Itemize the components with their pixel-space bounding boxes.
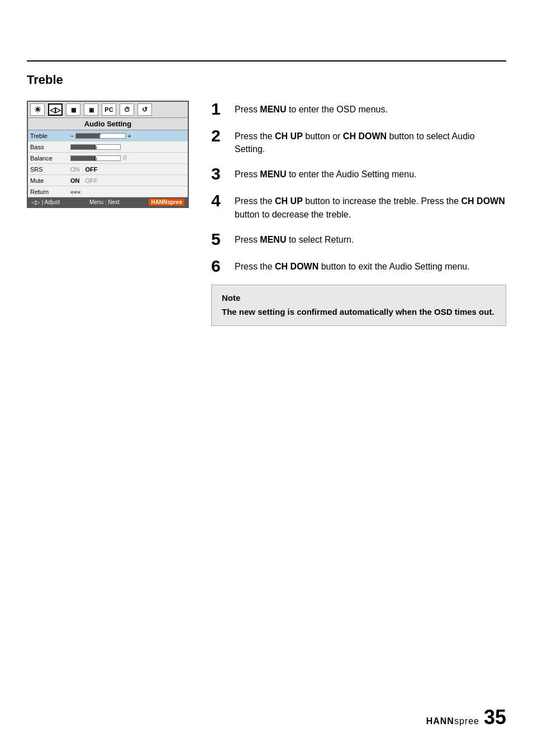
page-footer: HANNspree 35 <box>426 706 506 729</box>
osd-mute-on: ON <box>70 177 80 184</box>
osd-plus-treble: + <box>127 133 131 139</box>
osd-row-srs: SRS ON OFF <box>28 164 188 175</box>
osd-slider-bass: 0 <box>70 144 121 150</box>
osd-icons-row: ☀ ◁▷ ▦ ▣ PC ⏱ ↺ <box>28 102 188 118</box>
footer-brand: HANNspree <box>426 716 479 726</box>
osd-label-srs: SRS <box>30 166 70 173</box>
note-box: Note The new setting is confirmed automa… <box>211 285 506 326</box>
step-2: 2 Press the CH UP button or CH DOWN butt… <box>211 127 506 155</box>
osd-control-treble: − 0 + <box>70 133 185 139</box>
osd-menu-title: Audio Setting <box>28 118 188 130</box>
step-text-1: Press MENU to enter the OSD menus. <box>235 101 388 116</box>
osd-bottom-next: Menu : Next <box>89 199 120 205</box>
osd-bottom-brand: HANNspree <box>149 199 184 206</box>
osd-control-mute: ON OFF <box>70 177 185 184</box>
two-column-layout: ☀ ◁▷ ▦ ▣ PC ⏱ ↺ Audio Setting Treble − 0 <box>27 101 506 326</box>
step-text-6: Press the CH DOWN button to exit the Aud… <box>235 258 470 273</box>
brand-spree: spree <box>454 716 479 726</box>
step-text-3: Press MENU to enter the Audio Setting me… <box>235 166 417 181</box>
page-content: Treble ☀ ◁▷ ▦ ▣ PC ⏱ ↺ Audio Setting Tre… <box>27 73 506 326</box>
osd-row-mute: Mute ON OFF <box>28 175 188 186</box>
osd-label-balance: Balance <box>30 155 70 162</box>
osd-control-balance: 0 R <box>70 155 185 161</box>
osd-row-bass: Bass 0 <box>28 141 188 153</box>
osd-panel: ☀ ◁▷ ▦ ▣ PC ⏱ ↺ Audio Setting Treble − 0 <box>27 101 189 208</box>
osd-label-treble: Treble <box>30 133 70 139</box>
osd-mute-off: OFF <box>85 177 98 184</box>
osd-row-treble: Treble − 0 + <box>28 130 188 141</box>
step-text-4: Press the CH UP button to increase the t… <box>235 192 506 220</box>
osd-label-bass: Bass <box>30 144 70 150</box>
step-1: 1 Press MENU to enter the OSD menus. <box>211 101 506 117</box>
osd-icon-brightness: ☀ <box>30 103 45 116</box>
osd-label-mute: Mute <box>30 177 70 184</box>
osd-icon-picture: ▦ <box>66 103 80 116</box>
osd-control-srs: ON OFF <box>70 166 185 173</box>
osd-slider-treble: 0 <box>75 133 126 139</box>
osd-icon-timer: ⏱ <box>120 103 134 116</box>
osd-srs-on: ON <box>70 166 80 173</box>
osd-bottom-bar: ◁▷ | Adjust Menu : Next HANNspree <box>28 197 188 207</box>
steps-column: 1 Press MENU to enter the OSD menus. 2 P… <box>211 101 506 326</box>
osd-row-balance: Balance 0 R <box>28 153 188 164</box>
osd-label-return: Return <box>30 188 70 195</box>
step-text-2: Press the CH UP button or CH DOWN button… <box>235 127 506 155</box>
step-number-3: 3 <box>211 166 227 182</box>
brand-hann: HANN <box>426 716 454 726</box>
step-5: 5 Press MENU to select Return. <box>211 231 506 248</box>
osd-control-bass: 0 <box>70 144 185 150</box>
page-number: 35 <box>484 706 506 729</box>
step-number-6: 6 <box>211 258 227 275</box>
step-4: 4 Press the CH UP button to increase the… <box>211 192 506 220</box>
osd-srs-off: OFF <box>85 166 98 173</box>
osd-icon-screen: ▣ <box>84 103 98 116</box>
step-number-4: 4 <box>211 192 227 209</box>
osd-bottom-adjust: ◁▷ | Adjust <box>31 199 60 205</box>
note-text: The new setting is confirmed automatical… <box>222 306 496 318</box>
step-number-5: 5 <box>211 231 227 248</box>
osd-minus-treble: − <box>70 133 74 139</box>
osd-slider-balance: 0 <box>70 155 121 161</box>
osd-row-return: Return ««« <box>28 186 188 197</box>
osd-icon-pc: PC <box>102 103 116 116</box>
step-number-2: 2 <box>211 127 227 144</box>
osd-return-arrow: ««« <box>70 188 80 195</box>
step-number-1: 1 <box>211 101 227 117</box>
step-3: 3 Press MENU to enter the Audio Setting … <box>211 166 506 182</box>
osd-icon-return: ↺ <box>137 103 152 116</box>
section-title: Treble <box>27 73 506 87</box>
note-label: Note <box>222 293 496 303</box>
osd-control-return: ««« <box>70 188 185 195</box>
step-text-5: Press MENU to select Return. <box>235 231 354 246</box>
osd-icon-audio: ◁▷ <box>48 103 63 116</box>
top-rule <box>27 60 506 62</box>
step-6: 6 Press the CH DOWN button to exit the A… <box>211 258 506 275</box>
